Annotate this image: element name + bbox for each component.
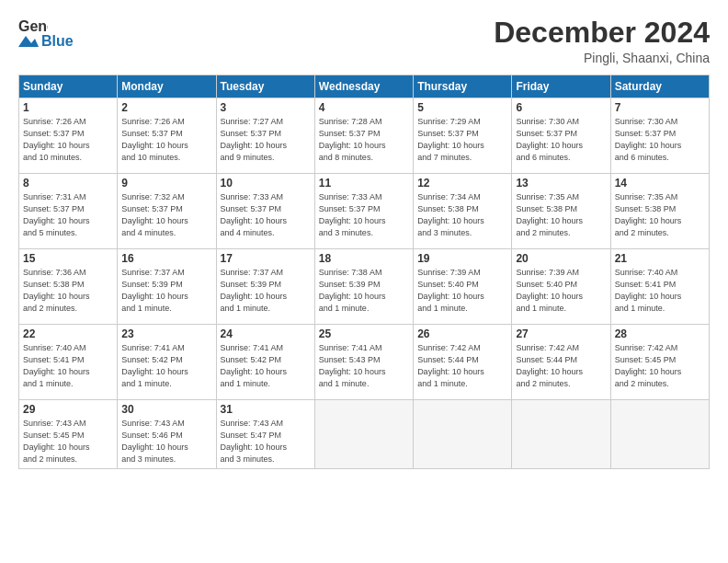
calendar-cell: 29Sunrise: 7:43 AM Sunset: 5:45 PM Dayli… — [19, 400, 118, 469]
day-info: Sunrise: 7:28 AM Sunset: 5:37 PM Dayligh… — [319, 116, 409, 164]
day-number: 7 — [615, 101, 705, 114]
day-info: Sunrise: 7:37 AM Sunset: 5:39 PM Dayligh… — [221, 267, 311, 315]
calendar-cell: 3Sunrise: 7:27 AM Sunset: 5:37 PM Daylig… — [216, 98, 314, 174]
calendar-cell: 20Sunrise: 7:39 AM Sunset: 5:40 PM Dayli… — [512, 249, 610, 325]
calendar-cell: 9Sunrise: 7:32 AM Sunset: 5:37 PM Daylig… — [118, 174, 216, 249]
day-number: 22 — [23, 327, 113, 340]
calendar-cell: 10Sunrise: 7:33 AM Sunset: 5:37 PM Dayli… — [216, 174, 314, 249]
day-number: 23 — [121, 327, 211, 340]
day-number: 26 — [417, 327, 507, 340]
day-number: 12 — [417, 177, 507, 190]
day-info: Sunrise: 7:41 AM Sunset: 5:42 PM Dayligh… — [221, 342, 311, 390]
calendar-cell: 21Sunrise: 7:40 AM Sunset: 5:41 PM Dayli… — [610, 249, 709, 325]
svg-text:General: General — [18, 18, 48, 34]
day-info: Sunrise: 7:31 AM Sunset: 5:37 PM Dayligh… — [23, 191, 113, 239]
week-row-3: 15Sunrise: 7:36 AM Sunset: 5:38 PM Dayli… — [19, 249, 710, 325]
calendar-cell: 7Sunrise: 7:30 AM Sunset: 5:37 PM Daylig… — [610, 98, 709, 174]
day-info: Sunrise: 7:36 AM Sunset: 5:38 PM Dayligh… — [23, 267, 113, 315]
day-number: 15 — [23, 252, 113, 265]
day-number: 9 — [121, 177, 211, 190]
calendar-cell: 22Sunrise: 7:40 AM Sunset: 5:41 PM Dayli… — [19, 325, 118, 400]
weekday-friday: Friday — [512, 75, 610, 98]
day-info: Sunrise: 7:41 AM Sunset: 5:42 PM Dayligh… — [121, 342, 211, 390]
day-number: 6 — [516, 101, 606, 114]
day-number: 21 — [615, 252, 705, 265]
weekday-wednesday: Wednesday — [314, 75, 413, 98]
day-info: Sunrise: 7:40 AM Sunset: 5:41 PM Dayligh… — [23, 342, 113, 390]
week-row-1: 1Sunrise: 7:26 AM Sunset: 5:37 PM Daylig… — [19, 98, 710, 174]
day-info: Sunrise: 7:43 AM Sunset: 5:47 PM Dayligh… — [221, 418, 311, 465]
calendar-cell: 12Sunrise: 7:34 AM Sunset: 5:38 PM Dayli… — [414, 174, 512, 249]
logo-blue-text: Blue — [41, 33, 74, 50]
day-number: 30 — [121, 403, 211, 416]
day-info: Sunrise: 7:27 AM Sunset: 5:37 PM Dayligh… — [221, 116, 311, 164]
day-info: Sunrise: 7:30 AM Sunset: 5:37 PM Dayligh… — [516, 116, 606, 164]
day-info: Sunrise: 7:39 AM Sunset: 5:40 PM Dayligh… — [516, 267, 606, 315]
week-row-2: 8Sunrise: 7:31 AM Sunset: 5:37 PM Daylig… — [19, 174, 710, 249]
calendar-cell: 11Sunrise: 7:33 AM Sunset: 5:37 PM Dayli… — [314, 174, 413, 249]
day-info: Sunrise: 7:30 AM Sunset: 5:37 PM Dayligh… — [615, 116, 705, 164]
day-number: 5 — [417, 101, 507, 114]
calendar-cell — [314, 400, 413, 469]
weekday-thursday: Thursday — [414, 75, 512, 98]
day-info: Sunrise: 7:39 AM Sunset: 5:40 PM Dayligh… — [417, 267, 507, 315]
day-number: 3 — [221, 101, 311, 114]
calendar-cell: 25Sunrise: 7:41 AM Sunset: 5:43 PM Dayli… — [314, 325, 413, 400]
day-number: 24 — [221, 327, 311, 340]
day-info: Sunrise: 7:41 AM Sunset: 5:43 PM Dayligh… — [319, 342, 409, 390]
day-number: 28 — [615, 327, 705, 340]
day-info: Sunrise: 7:42 AM Sunset: 5:44 PM Dayligh… — [417, 342, 507, 390]
day-number: 25 — [319, 327, 409, 340]
day-info: Sunrise: 7:29 AM Sunset: 5:37 PM Dayligh… — [417, 116, 507, 164]
location-subtitle: Pingli, Shaanxi, China — [494, 51, 710, 65]
calendar-cell: 15Sunrise: 7:36 AM Sunset: 5:38 PM Dayli… — [19, 249, 118, 325]
day-info: Sunrise: 7:42 AM Sunset: 5:44 PM Dayligh… — [516, 342, 606, 390]
weekday-saturday: Saturday — [610, 75, 709, 98]
day-info: Sunrise: 7:26 AM Sunset: 5:37 PM Dayligh… — [121, 116, 211, 164]
calendar-cell: 2Sunrise: 7:26 AM Sunset: 5:37 PM Daylig… — [118, 98, 216, 174]
day-number: 18 — [319, 252, 409, 265]
week-row-5: 29Sunrise: 7:43 AM Sunset: 5:45 PM Dayli… — [19, 400, 710, 469]
day-info: Sunrise: 7:37 AM Sunset: 5:39 PM Dayligh… — [121, 267, 211, 315]
calendar-cell — [414, 400, 512, 469]
calendar-cell: 24Sunrise: 7:41 AM Sunset: 5:42 PM Dayli… — [216, 325, 314, 400]
calendar-cell: 31Sunrise: 7:43 AM Sunset: 5:47 PM Dayli… — [216, 400, 314, 469]
week-row-4: 22Sunrise: 7:40 AM Sunset: 5:41 PM Dayli… — [19, 325, 710, 400]
svg-marker-1 — [18, 36, 39, 47]
logo-bird-icon — [18, 34, 39, 49]
weekday-header-row: SundayMondayTuesdayWednesdayThursdayFrid… — [19, 75, 710, 98]
day-number: 20 — [516, 252, 606, 265]
day-number: 10 — [221, 177, 311, 190]
day-number: 2 — [121, 101, 211, 114]
day-info: Sunrise: 7:42 AM Sunset: 5:45 PM Dayligh… — [615, 342, 705, 390]
day-info: Sunrise: 7:43 AM Sunset: 5:46 PM Dayligh… — [121, 418, 211, 465]
calendar-table: SundayMondayTuesdayWednesdayThursdayFrid… — [18, 75, 710, 469]
calendar-cell: 18Sunrise: 7:38 AM Sunset: 5:39 PM Dayli… — [314, 249, 413, 325]
calendar-cell: 4Sunrise: 7:28 AM Sunset: 5:37 PM Daylig… — [314, 98, 413, 174]
calendar-body: 1Sunrise: 7:26 AM Sunset: 5:37 PM Daylig… — [19, 98, 710, 469]
calendar-cell: 16Sunrise: 7:37 AM Sunset: 5:39 PM Dayli… — [118, 249, 216, 325]
day-info: Sunrise: 7:38 AM Sunset: 5:39 PM Dayligh… — [319, 267, 409, 315]
day-info: Sunrise: 7:33 AM Sunset: 5:37 PM Dayligh… — [221, 191, 311, 239]
day-number: 4 — [319, 101, 409, 114]
calendar-cell: 8Sunrise: 7:31 AM Sunset: 5:37 PM Daylig… — [19, 174, 118, 249]
calendar-cell: 26Sunrise: 7:42 AM Sunset: 5:44 PM Dayli… — [414, 325, 512, 400]
day-number: 14 — [615, 177, 705, 190]
day-info: Sunrise: 7:26 AM Sunset: 5:37 PM Dayligh… — [23, 116, 113, 164]
calendar-cell: 5Sunrise: 7:29 AM Sunset: 5:37 PM Daylig… — [414, 98, 512, 174]
calendar-cell: 28Sunrise: 7:42 AM Sunset: 5:45 PM Dayli… — [610, 325, 709, 400]
day-number: 11 — [319, 177, 409, 190]
calendar-cell — [610, 400, 709, 469]
day-info: Sunrise: 7:35 AM Sunset: 5:38 PM Dayligh… — [615, 191, 705, 239]
day-number: 13 — [516, 177, 606, 190]
day-info: Sunrise: 7:33 AM Sunset: 5:37 PM Dayligh… — [319, 191, 409, 239]
calendar-cell — [512, 400, 610, 469]
weekday-tuesday: Tuesday — [216, 75, 314, 98]
calendar-cell: 19Sunrise: 7:39 AM Sunset: 5:40 PM Dayli… — [414, 249, 512, 325]
day-number: 31 — [221, 403, 311, 416]
calendar-cell: 30Sunrise: 7:43 AM Sunset: 5:46 PM Dayli… — [118, 400, 216, 469]
calendar-cell: 17Sunrise: 7:37 AM Sunset: 5:39 PM Dayli… — [216, 249, 314, 325]
day-number: 27 — [516, 327, 606, 340]
day-number: 17 — [221, 252, 311, 265]
day-info: Sunrise: 7:40 AM Sunset: 5:41 PM Dayligh… — [615, 267, 705, 315]
